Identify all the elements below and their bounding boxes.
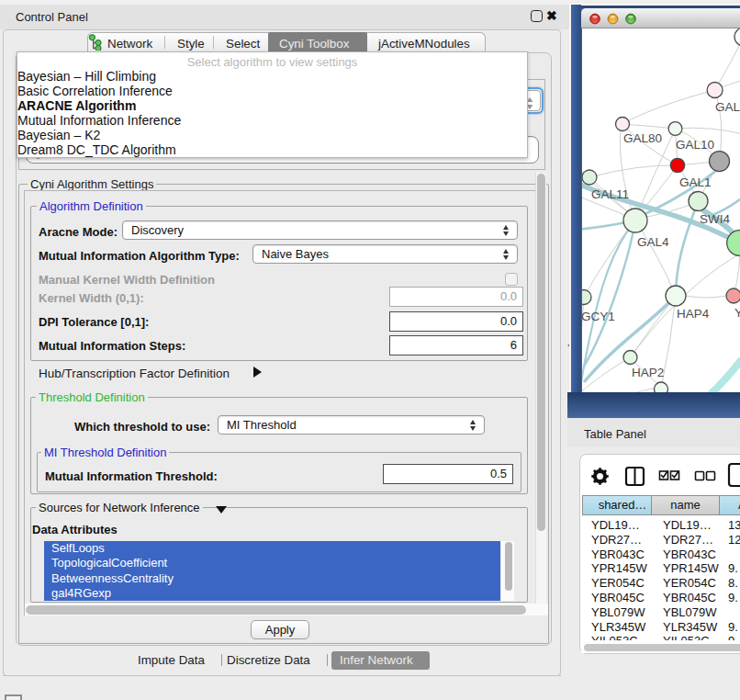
svg-text:GAL11: GAL11 (591, 187, 629, 201)
svg-text:GAL7: GAL7 (715, 100, 740, 114)
svg-text:HAP4: HAP4 (677, 307, 710, 321)
svg-text:GAL10: GAL10 (676, 138, 714, 152)
svg-text:GAL1: GAL1 (679, 175, 712, 189)
svg-text:GAL4: GAL4 (637, 235, 669, 249)
svg-text:HAP2: HAP2 (632, 366, 664, 379)
svg-text:GCY1: GCY1 (582, 310, 615, 323)
svg-text:Y: Y (734, 306, 740, 320)
svg-text:GAL80: GAL80 (623, 131, 662, 145)
svg-text:SWI4: SWI4 (700, 212, 730, 226)
